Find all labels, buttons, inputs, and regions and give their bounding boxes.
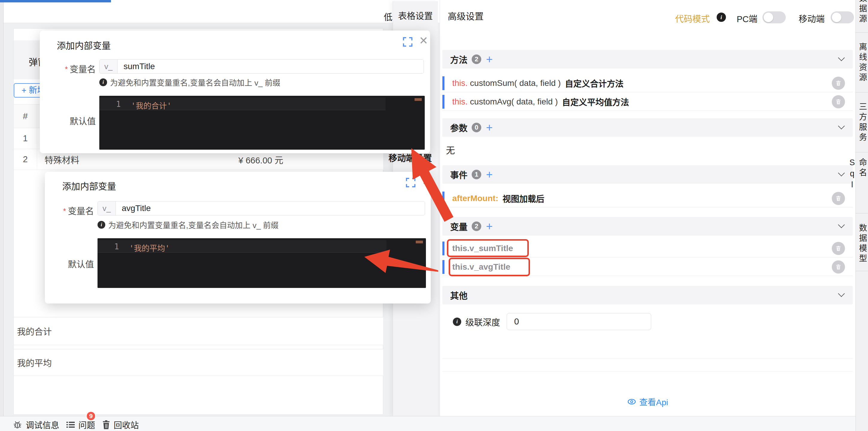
- right-sidebar: 数据源 离线资源 三方服务 命名Sql 数据模型: [856, 0, 868, 431]
- top-toolbar: [4, 0, 440, 23]
- variable-name-input[interactable]: [118, 60, 424, 73]
- variable-name-input[interactable]: [116, 201, 425, 215]
- close-icon[interactable]: ✕: [419, 35, 428, 46]
- sidebar-item-offline-resources[interactable]: 离线资源: [856, 39, 868, 87]
- add-method-button[interactable]: +: [486, 55, 493, 64]
- divider: [856, 92, 868, 92]
- code-mode-link[interactable]: 代码模式: [675, 12, 710, 25]
- eye-icon: [627, 397, 636, 406]
- chevron-down-icon[interactable]: [838, 55, 845, 61]
- item-accent-bar: [442, 76, 444, 90]
- add-variable-dialog-sum: 添加内部变量 ✕ *变量名 v_ i 为避免和内置变量重名,变量名会自动加上 v…: [40, 31, 430, 153]
- required-asterisk: *: [63, 206, 66, 216]
- index-header-cell: #: [14, 105, 37, 128]
- add-event-button[interactable]: +: [486, 170, 493, 179]
- delete-variable-button[interactable]: [832, 260, 845, 274]
- sidebar-item-third-party-services[interactable]: 三方服务: [856, 99, 868, 147]
- section-label: 方法: [450, 53, 467, 65]
- sidebar-item-datasource[interactable]: 数据源: [856, 0, 868, 32]
- recycle-bin-button[interactable]: 回收站: [102, 419, 139, 431]
- code-string: '我的合计': [131, 100, 172, 111]
- cascade-depth-label: 级联深度: [465, 315, 500, 328]
- divider: [442, 358, 853, 359]
- close-icon[interactable]: ✕: [422, 176, 431, 187]
- delete-variable-button[interactable]: [832, 242, 845, 255]
- active-tab-indicator: [0, 0, 111, 2]
- line-number: 1: [116, 100, 121, 109]
- section-label: 参数: [450, 121, 467, 134]
- fullscreen-icon[interactable]: [402, 36, 413, 47]
- mobile-label: 移动端: [799, 12, 825, 25]
- summary-sum-label: 我的合计: [17, 325, 52, 337]
- event-item[interactable]: afterMount: 视图加载后: [442, 190, 853, 207]
- row-index-cell: 1: [14, 128, 37, 149]
- delete-method-button[interactable]: [832, 77, 845, 90]
- add-variable-button[interactable]: +: [486, 222, 493, 231]
- event-name: afterMount:: [452, 194, 498, 203]
- delete-event-button[interactable]: [832, 192, 845, 205]
- debug-info-button[interactable]: 调试信息: [13, 419, 59, 431]
- chevron-down-icon[interactable]: [838, 290, 845, 297]
- item-accent-bar: [442, 192, 444, 205]
- section-params-header[interactable]: 参数 0 +: [442, 118, 853, 137]
- bug-icon: [13, 420, 23, 430]
- count-badge: 0: [472, 123, 481, 132]
- info-icon: i: [97, 221, 105, 229]
- fullscreen-icon[interactable]: [405, 177, 416, 188]
- add-param-button[interactable]: +: [486, 123, 493, 132]
- chevron-down-icon[interactable]: [838, 170, 845, 177]
- default-value-label: 默认值: [45, 257, 94, 270]
- info-icon[interactable]: i: [453, 318, 461, 326]
- default-value-code-editor[interactable]: 1 '我的平均': [97, 238, 426, 288]
- pc-label: PC端: [737, 12, 757, 25]
- chevron-down-icon[interactable]: [838, 123, 845, 130]
- dialog-title: 添加内部变量: [62, 179, 116, 192]
- code-line: 1 '我的平均': [97, 240, 426, 253]
- cascade-depth-input[interactable]: [507, 313, 651, 330]
- info-icon: i: [99, 79, 107, 86]
- divider: [442, 371, 853, 371]
- variable-name-input-group: v_: [99, 59, 424, 74]
- section-label: 其他: [450, 289, 467, 301]
- item-accent-bar: [442, 95, 444, 109]
- count-badge: 2: [472, 55, 481, 64]
- prefix-addon: v_: [100, 60, 118, 73]
- view-api-link[interactable]: 查看Api: [440, 396, 856, 408]
- minimap-marker: [414, 98, 422, 101]
- event-desc: 视图加载后: [502, 193, 545, 204]
- section-methods-header[interactable]: 方法 2 +: [442, 50, 853, 68]
- summary-row-avg[interactable]: 我的平均: [14, 349, 383, 376]
- variable-name-label: *变量名: [40, 62, 96, 75]
- debug-info-label: 调试信息: [26, 419, 59, 431]
- trash-icon: [102, 420, 111, 430]
- section-vars-header[interactable]: 变量 2 +: [442, 217, 853, 235]
- item-accent-bar: [442, 241, 444, 255]
- method-item[interactable]: this. customAvg( data, field ) 自定义平均值方法: [442, 93, 853, 111]
- sidebar-item-data-model[interactable]: 数据模型: [856, 219, 868, 269]
- cascade-depth-row: i 级联深度: [442, 313, 853, 330]
- hint-text: 为避免和内置变量重名,变量名会自动加上 v_ 前缀: [110, 77, 280, 88]
- method-prefix: this.: [452, 97, 467, 107]
- hint-text: 为避免和内置变量重名,变量名会自动加上 v_ 前缀: [108, 219, 278, 230]
- method-item[interactable]: this. customSum( data, field ) 自定义合计方法: [442, 74, 853, 92]
- code-line: 1 '我的合计': [99, 97, 425, 110]
- variable-item[interactable]: this.v_sumTitle: [442, 239, 853, 257]
- variable-name-label: *变量名: [45, 204, 94, 217]
- tab-table-settings[interactable]: 表格设置: [393, 9, 438, 22]
- mobile-toggle[interactable]: [831, 11, 854, 23]
- divider: [856, 32, 868, 33]
- advanced-settings-panel: 高级设置 代码模式 i PC端 移动端 方法 2 + this. customS…: [440, 0, 856, 416]
- default-value-code-editor[interactable]: 1 '我的合计': [99, 96, 425, 150]
- issues-count-badge: 9: [86, 411, 96, 421]
- code-mode-info-icon[interactable]: i: [717, 12, 726, 22]
- summary-row-sum[interactable]: 我的合计: [14, 317, 383, 345]
- sidebar-item-named-sql[interactable]: 命名Sql: [856, 158, 868, 211]
- chevron-down-icon[interactable]: [838, 222, 845, 228]
- default-value-label: 默认值: [40, 114, 96, 127]
- delete-method-button[interactable]: [832, 95, 845, 108]
- variable-item[interactable]: this.v_avgTitle: [442, 258, 853, 276]
- toggle-knob: [832, 12, 841, 22]
- pc-toggle[interactable]: [763, 11, 786, 23]
- section-other-header[interactable]: 其他: [442, 286, 853, 305]
- section-events-header[interactable]: 事件 1 +: [442, 165, 853, 184]
